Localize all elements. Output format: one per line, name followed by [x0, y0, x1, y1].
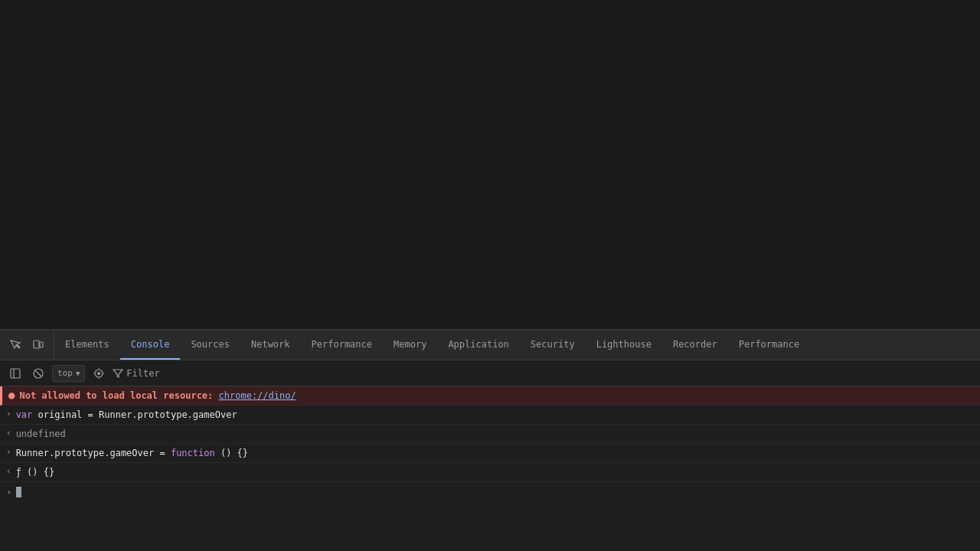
- expand-arrow-1[interactable]: ›: [6, 408, 11, 419]
- filter-label: Filter: [126, 368, 159, 379]
- tab-recorder[interactable]: Recorder: [662, 330, 728, 360]
- clear-console-icon[interactable]: [29, 364, 47, 383]
- filter-icon: [113, 368, 123, 379]
- svg-point-7: [97, 372, 100, 375]
- console-code-line-2: › Runner.prototype.gameOver = function (…: [0, 444, 980, 463]
- context-selector[interactable]: top ▼: [52, 365, 85, 382]
- error-content: Not allowed to load local resource: chro…: [19, 389, 974, 403]
- console-error-line: ● Not allowed to load local resource: ch…: [0, 386, 980, 406]
- sidebar-toggle-icon[interactable]: [6, 364, 24, 383]
- tab-security[interactable]: Security: [520, 330, 586, 360]
- console-code-line-1: › var original = Runner.prototype.gameOv…: [0, 406, 980, 425]
- svg-rect-1: [40, 342, 43, 347]
- svg-rect-0: [34, 341, 39, 348]
- tab-console[interactable]: Console: [120, 330, 181, 360]
- expand-arrow-2[interactable]: ›: [6, 446, 11, 457]
- prompt-cursor: [16, 487, 21, 497]
- tab-application[interactable]: Application: [437, 330, 519, 360]
- console-output[interactable]: ● Not allowed to load local resource: ch…: [0, 386, 980, 551]
- result-content-1: undefined: [16, 427, 974, 441]
- devtools-tabs: Elements Console Sources Network Perform…: [54, 330, 980, 360]
- tab-elements[interactable]: Elements: [54, 330, 120, 360]
- result-function: ƒ () {}: [16, 467, 55, 478]
- inspect-element-icon[interactable]: [6, 336, 24, 354]
- tab-memory[interactable]: Memory: [383, 330, 437, 360]
- devtools-tab-bar: Elements Console Sources Network Perform…: [0, 330, 980, 360]
- tab-network[interactable]: Network: [240, 330, 301, 360]
- error-icon: ●: [8, 389, 15, 401]
- devtools-panel: Elements Console Sources Network Perform…: [0, 329, 980, 551]
- tab-lighthouse[interactable]: Lighthouse: [586, 330, 662, 360]
- code-content-2: Runner.prototype.gameOver = function () …: [16, 446, 974, 460]
- svg-line-5: [36, 370, 41, 376]
- tab-sources[interactable]: Sources: [180, 330, 240, 360]
- result-undefined: undefined: [16, 429, 66, 439]
- keyword-function: function: [171, 448, 215, 458]
- error-resource-link[interactable]: chrome://dino/: [219, 390, 296, 401]
- result-arrow-2: ‹: [6, 465, 11, 476]
- prompt-arrow: ›: [6, 487, 11, 497]
- svg-rect-2: [11, 369, 20, 378]
- tab-performance2[interactable]: Performance: [728, 330, 810, 360]
- console-toolbar: top ▼ Filter: [0, 360, 980, 386]
- devtools-icon-group: [0, 330, 54, 360]
- code-content-1: var original = Runner.prototype.gameOver: [16, 408, 974, 422]
- device-toggle-icon[interactable]: [29, 336, 47, 354]
- result-content-2: ƒ () {}: [16, 465, 974, 479]
- browser-content-area: [0, 0, 980, 329]
- live-expressions-icon[interactable]: [90, 364, 108, 383]
- keyword-var: var: [16, 409, 38, 420]
- result-arrow-1: ‹: [6, 427, 11, 438]
- console-prompt-line[interactable]: ›: [0, 482, 980, 502]
- tab-performance[interactable]: Performance: [301, 330, 383, 360]
- error-message-text: Not allowed to load local resource:: [19, 390, 218, 401]
- filter-area: Filter: [113, 368, 159, 379]
- console-result-line-1: ‹ undefined: [0, 425, 980, 444]
- console-result-line-2: ‹ ƒ () {}: [0, 463, 980, 482]
